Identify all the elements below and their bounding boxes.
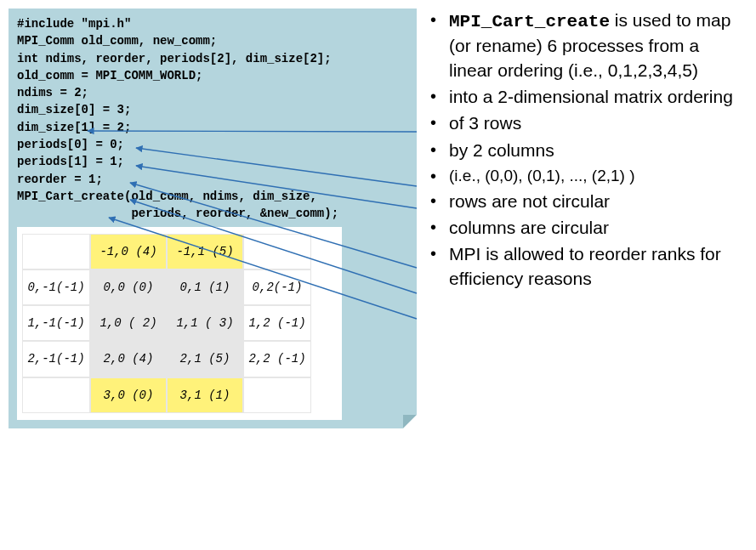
code-line: dim_size[1] = 2; [17, 119, 408, 136]
table-cell [243, 234, 311, 269]
table-cell: 1,-1(-1) [22, 305, 90, 341]
bullet-item: MPI is allowed to reorder ranks for effi… [425, 242, 743, 291]
bullet-item: columns are circular [425, 216, 743, 240]
table-cell: 2,-1(-1) [22, 341, 90, 377]
table-cell [22, 377, 90, 413]
bullet-item: rows are not circular [425, 190, 743, 213]
table-cell: 2,0 (4) [90, 341, 167, 377]
explanation-list: MPI_Cart_create is used to map (or renam… [425, 9, 747, 293]
table-cell: 0,2(-1) [243, 269, 311, 305]
code-identifier: MPI_Cart_create [449, 12, 610, 31]
table-cell: 0,-1(-1) [22, 269, 90, 305]
bullet-item: into a 2-dimensional matrix ordering [425, 85, 743, 109]
code-line: reorder = 1; [17, 171, 408, 188]
table-cell: 0,1 (1) [167, 269, 243, 305]
code-line: MPI_Cart_create(old_comm, ndims, dim_siz… [17, 188, 408, 205]
table-cell [243, 377, 311, 413]
code-line: MPI_Comm old_comm, new_comm; [17, 32, 408, 49]
table-cell [22, 234, 90, 269]
code-line: ndims = 2; [17, 84, 408, 101]
table-cell: 1,2 (-1) [243, 305, 311, 341]
table-cell: -1,1 (5) [167, 234, 243, 269]
slide-container: #include "mpi.h" MPI_Comm old_comm, new_… [9, 9, 747, 428]
table-cell: 0,0 (0) [90, 269, 167, 305]
table-cell: 3,1 (1) [167, 377, 243, 413]
code-line: dim_size[0] = 3; [17, 101, 408, 118]
code-panel: #include "mpi.h" MPI_Comm old_comm, new_… [9, 9, 417, 428]
table-cell: 1,0 ( 2) [90, 305, 167, 341]
code-line: #include "mpi.h" [17, 15, 408, 32]
bullet-item: by 2 columns [425, 139, 743, 162]
code-line: periods[1] = 1; [17, 153, 408, 170]
table-cell: 2,1 (5) [167, 341, 243, 377]
topology-table: -1,0 (4) -1,1 (5) 0,-1(-1) 0,0 (0) 0,1 (… [17, 227, 342, 420]
bullet-item: of 3 rows [425, 111, 743, 135]
sub-bullet-item: (i.e., (0,0), (0,1), ..., (2,1) ) [425, 165, 743, 187]
code-line: old_comm = MPI_COMM_WORLD; [17, 67, 408, 84]
table-cell: 2,2 (-1) [243, 341, 311, 377]
code-line: periods[0] = 0; [17, 136, 408, 153]
table-cell: -1,0 (4) [90, 234, 167, 269]
page-curl-icon [403, 415, 417, 428]
code-line: int ndims, reorder, periods[2], dim_size… [17, 50, 408, 67]
table-cell: 1,1 ( 3) [167, 305, 243, 341]
table-cell: 3,0 (0) [90, 377, 167, 413]
bullet-item: MPI_Cart_create is used to map (or renam… [425, 9, 743, 82]
code-line: periods, reorder, &new_comm); [17, 205, 408, 222]
